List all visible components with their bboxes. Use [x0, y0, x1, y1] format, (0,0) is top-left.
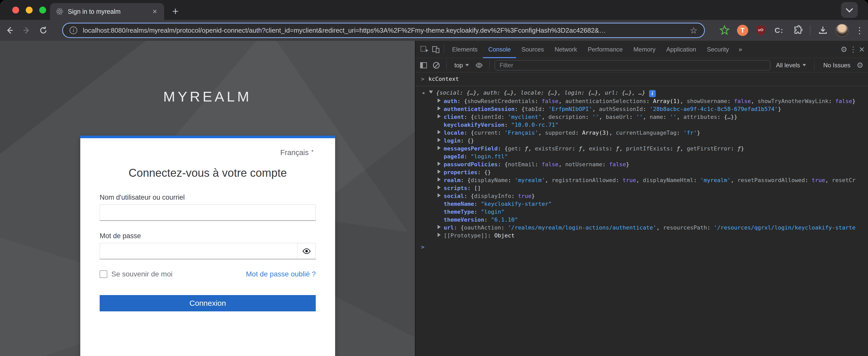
console-token: :	[677, 129, 683, 136]
forgot-password-link[interactable]: Mot de passe oublié ?	[246, 270, 316, 278]
console-row[interactable]: properties: {}	[415, 168, 868, 176]
issues-counter[interactable]: No Issues	[819, 62, 854, 69]
expand-arrow-icon[interactable]	[438, 185, 441, 189]
console-row[interactable]: messagesPerField: {get: ƒ, existsError: …	[415, 145, 868, 152]
console-sidebar-icon[interactable]	[418, 60, 429, 70]
tab-close-icon[interactable]: ×	[151, 7, 158, 16]
devtools-menu-icon[interactable]: ⋮	[849, 45, 857, 54]
divider	[444, 45, 444, 54]
close-window-button[interactable]	[12, 7, 19, 13]
new-tab-button[interactable]: +	[172, 4, 179, 19]
expand-arrow-icon[interactable]	[438, 225, 441, 229]
console-settings-icon[interactable]: ⚙	[857, 61, 865, 70]
expand-arrow-icon[interactable]	[438, 177, 441, 182]
console-filter-input[interactable]	[495, 60, 770, 70]
remember-me-checkbox[interactable]	[100, 270, 107, 278]
inspect-element-icon[interactable]	[419, 44, 430, 55]
tab-security[interactable]: Security	[702, 41, 735, 58]
browser-menu-icon[interactable]: ⋮	[855, 25, 864, 35]
password-input[interactable]	[100, 243, 297, 259]
console-row[interactable]: keycloakifyVersion: "10.0.0-rc.71"	[415, 121, 868, 129]
console-row[interactable]: pageId: "login.ftl"	[415, 152, 868, 160]
collapse-arrow-icon[interactable]	[429, 91, 433, 94]
log-levels-dropdown[interactable]: All levels	[773, 62, 809, 69]
live-expression-eye-icon[interactable]	[474, 60, 484, 70]
login-submit-button[interactable]: Connexion	[100, 295, 316, 312]
console-row[interactable]: locale: {current: 'Français', supported:…	[415, 129, 868, 137]
language-selector[interactable]: Français	[80, 138, 335, 157]
tab-search-button[interactable]	[841, 2, 858, 18]
console-row[interactable]: authenticationSession: {tabId: 'ErfpmNIb…	[415, 105, 868, 113]
extension-star-icon[interactable]	[719, 25, 731, 36]
extensions-row: T uO C: ⋮	[719, 20, 864, 41]
tab-application[interactable]: Application	[661, 41, 701, 58]
console-row[interactable]: realm: {displayName: 'myrealm', registra…	[415, 176, 868, 184]
extension-ublock-icon[interactable]: uO	[755, 25, 767, 36]
zoom-window-button[interactable]	[39, 7, 46, 13]
console-row[interactable]: login: {}	[415, 137, 868, 145]
extensions-puzzle-icon[interactable]	[792, 25, 803, 36]
minimize-window-button[interactable]	[26, 7, 33, 13]
devtools-settings-icon[interactable]: ⚙	[840, 45, 847, 54]
expand-arrow-icon[interactable]	[438, 162, 441, 166]
downloads-button[interactable]	[817, 25, 829, 36]
tab-elements[interactable]: Elements	[447, 41, 483, 58]
expand-arrow-icon[interactable]	[438, 130, 441, 134]
console-token: :	[541, 106, 549, 112]
console-token: url	[444, 225, 454, 231]
tab-console[interactable]: Console	[483, 41, 516, 58]
console-row[interactable]: scripts: []	[415, 184, 868, 192]
expand-arrow-icon[interactable]	[438, 106, 441, 111]
devtools-close-icon[interactable]: ×	[859, 44, 864, 55]
info-badge-icon[interactable]: i	[649, 90, 656, 97]
expand-arrow-icon[interactable]	[438, 114, 441, 118]
browser-tab[interactable]: Sign in to myrealm ×	[50, 3, 164, 20]
console-row[interactable]: auth: {showResetCredentials: false, auth…	[415, 97, 868, 105]
console-row[interactable]: client: {clientId: 'myclient', descripti…	[415, 113, 868, 121]
tab-memory[interactable]: Memory	[628, 41, 661, 58]
bookmark-star-icon[interactable]: ☆	[690, 25, 698, 35]
console-row[interactable]: social: {displayInfo: true}	[415, 192, 868, 200]
back-button[interactable]	[3, 23, 17, 37]
expand-arrow-icon[interactable]	[438, 193, 441, 197]
frame-selector[interactable]: top	[452, 62, 471, 69]
content-area: MYREALM Français Connectez-vous à votre …	[0, 41, 868, 356]
expand-arrow-icon[interactable]	[438, 233, 441, 237]
address-bar[interactable]: i localhost:8080/realms/myrealm/protocol…	[62, 23, 705, 38]
console-row[interactable]: ◂{social: {…}, auth: {…}, locale: {…}, l…	[415, 89, 868, 97]
site-info-icon[interactable]: i	[69, 27, 77, 34]
console-row[interactable]: passwordPolicies: {notEmail: false, notU…	[415, 160, 868, 168]
expand-arrow-icon[interactable]	[438, 146, 441, 150]
console-token: :	[501, 225, 508, 231]
console-token: pageId	[444, 153, 464, 160]
console-row[interactable]: [[Prototype]]: Object	[415, 232, 868, 239]
expand-arrow-icon[interactable]	[438, 138, 441, 142]
url-text[interactable]: localhost:8080/realms/myrealm/protocol/o…	[83, 27, 686, 34]
extension-colorzilla-icon[interactable]: C:	[773, 25, 785, 36]
extension-t-icon[interactable]: T	[737, 25, 748, 36]
console-token: : {…},	[497, 90, 521, 96]
profile-avatar[interactable]	[835, 24, 849, 37]
console-token: auth	[444, 98, 457, 104]
console-prompt[interactable]: >	[415, 239, 868, 251]
show-password-button[interactable]	[297, 243, 315, 259]
window-controls	[12, 7, 46, 13]
tab-performance[interactable]: Performance	[582, 41, 628, 58]
console-row[interactable]: url: {oauthAction: '/realms/myrealm/logi…	[415, 224, 868, 232]
console-row[interactable]: themeType: "login"	[415, 208, 868, 216]
more-tabs-icon[interactable]: »	[734, 46, 746, 53]
device-toolbar-icon[interactable]	[430, 44, 441, 55]
tab-sources[interactable]: Sources	[516, 41, 549, 58]
username-input[interactable]	[100, 205, 315, 220]
console-row[interactable]: themeVersion: "6.1.10"	[415, 216, 868, 224]
divider	[489, 61, 490, 70]
forward-button[interactable]	[19, 23, 34, 37]
console-token: ''	[670, 114, 677, 120]
tab-network[interactable]: Network	[549, 41, 582, 58]
reload-button[interactable]	[36, 23, 51, 37]
console-token: 'myrealm'	[515, 177, 545, 183]
expand-arrow-icon[interactable]	[438, 98, 441, 102]
console-row[interactable]: themeName: "keycloakify-starter"	[415, 200, 868, 208]
clear-console-icon[interactable]	[431, 60, 441, 70]
expand-arrow-icon[interactable]	[438, 170, 441, 174]
